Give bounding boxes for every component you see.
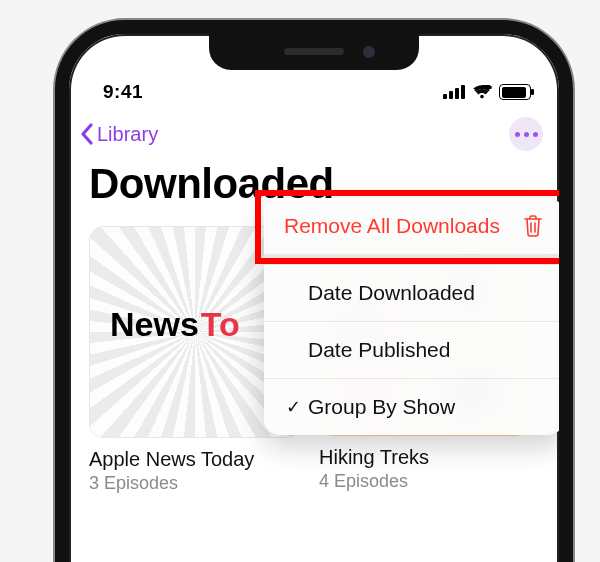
menu-item-label: Date Downloaded: [308, 281, 475, 305]
podcast-title: Apple News Today: [89, 448, 299, 471]
chevron-left-icon: [79, 122, 95, 146]
status-bar: 9:41: [69, 70, 559, 114]
menu-sort-date-published[interactable]: Date Published: [264, 322, 564, 379]
status-icons-group: [443, 84, 531, 100]
podcast-subtitle: 3 Episodes: [89, 473, 299, 494]
trash-icon: [522, 214, 544, 238]
menu-separator: [264, 255, 564, 265]
more-button[interactable]: [509, 117, 543, 151]
menu-group-by-show[interactable]: ✓ Group By Show: [264, 379, 564, 435]
back-button[interactable]: Library: [79, 122, 158, 146]
ellipsis-dot-icon: [515, 132, 520, 137]
menu-item-label: Date Published: [308, 338, 450, 362]
battery-icon: [499, 84, 531, 100]
checkmark-icon: [284, 340, 302, 361]
podcast-subtitle: 4 Episodes: [319, 471, 529, 492]
status-time: 9:41: [103, 81, 143, 103]
context-menu: Remove All Downloads Date Downloaded: [264, 198, 564, 435]
iphone-frame: 9:41 Li: [55, 20, 573, 562]
cellular-signal-icon: [443, 85, 465, 99]
checkmark-icon: [284, 283, 302, 304]
podcast-title: Hiking Treks: [319, 446, 529, 469]
ellipsis-dot-icon: [524, 132, 529, 137]
menu-item-label: Group By Show: [308, 395, 455, 419]
notch: [209, 34, 419, 70]
menu-remove-all-downloads[interactable]: Remove All Downloads: [264, 198, 564, 255]
artwork-text: News To: [108, 305, 240, 344]
back-label: Library: [97, 123, 158, 146]
checkmark-icon: ✓: [284, 396, 302, 418]
wifi-icon: [472, 85, 492, 99]
screen: 9:41 Li: [69, 34, 559, 562]
menu-item-label: Remove All Downloads: [284, 214, 500, 238]
nav-bar: Library: [69, 114, 559, 154]
ellipsis-dot-icon: [533, 132, 538, 137]
menu-sort-date-downloaded[interactable]: Date Downloaded: [264, 265, 564, 322]
speaker-grille: [284, 48, 344, 55]
